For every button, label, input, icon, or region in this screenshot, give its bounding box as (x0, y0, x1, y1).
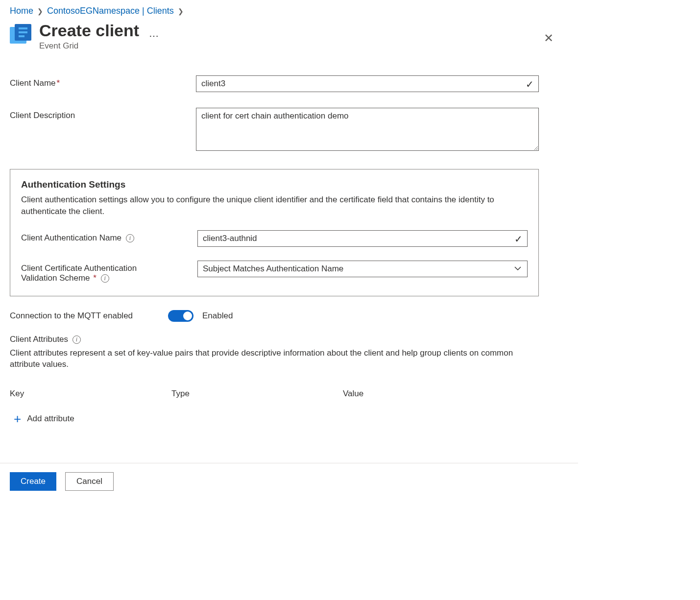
col-value: Value (343, 389, 363, 399)
attributes-columns: Key Type Value (10, 389, 539, 399)
client-description-label: Client Description (10, 108, 196, 120)
mqtt-connection-label: Connection to the MQTT enabled (10, 311, 159, 321)
auth-name-label: Client Authentication Name i (21, 230, 197, 243)
col-key: Key (10, 389, 171, 399)
info-icon[interactable]: i (101, 274, 109, 283)
svg-rect-3 (19, 31, 27, 33)
client-description-input[interactable] (196, 108, 539, 151)
mqtt-toggle[interactable] (168, 310, 193, 322)
validation-scheme-select[interactable]: Subject Matches Authentication Name (197, 261, 528, 277)
page-subtitle: Event Grid (39, 41, 139, 51)
client-attributes-description: Client attributes represent a set of key… (10, 347, 539, 371)
client-name-input[interactable] (196, 75, 539, 92)
svg-rect-4 (19, 35, 24, 37)
cancel-button[interactable]: Cancel (65, 472, 114, 491)
chevron-right-icon: ❯ (37, 7, 43, 15)
footer: Create Cancel (0, 463, 578, 500)
more-actions-icon[interactable]: ⋯ (149, 30, 160, 42)
auth-name-input[interactable] (197, 230, 528, 247)
client-attributes-heading: Client Attributes i (10, 335, 539, 344)
validation-scheme-label: Client Certificate Authentication Valida… (21, 261, 197, 283)
page-header: Create client Event Grid ⋯ (10, 21, 578, 51)
mqtt-toggle-state: Enabled (202, 311, 233, 321)
resource-icon (10, 24, 32, 47)
chevron-right-icon: ❯ (178, 7, 184, 15)
breadcrumb: Home ❯ ContosoEGNamespace | Clients ❯ (10, 6, 578, 16)
auth-settings-heading: Authentication Settings (21, 179, 528, 190)
add-attribute-button[interactable]: + Add attribute (14, 412, 539, 425)
create-button[interactable]: Create (10, 472, 56, 491)
client-name-label: Client Name* (10, 75, 196, 88)
info-icon[interactable]: i (72, 336, 81, 344)
page-title: Create client (39, 21, 139, 40)
plus-icon: + (14, 412, 21, 425)
breadcrumb-home[interactable]: Home (10, 6, 33, 16)
info-icon[interactable]: i (126, 234, 134, 242)
auth-settings-description: Client authentication settings allow you… (21, 194, 528, 217)
breadcrumb-namespace[interactable]: ContosoEGNamespace | Clients (47, 6, 174, 16)
col-type: Type (171, 389, 343, 399)
svg-rect-2 (19, 27, 27, 29)
authentication-settings-panel: Authentication Settings Client authentic… (10, 169, 539, 296)
